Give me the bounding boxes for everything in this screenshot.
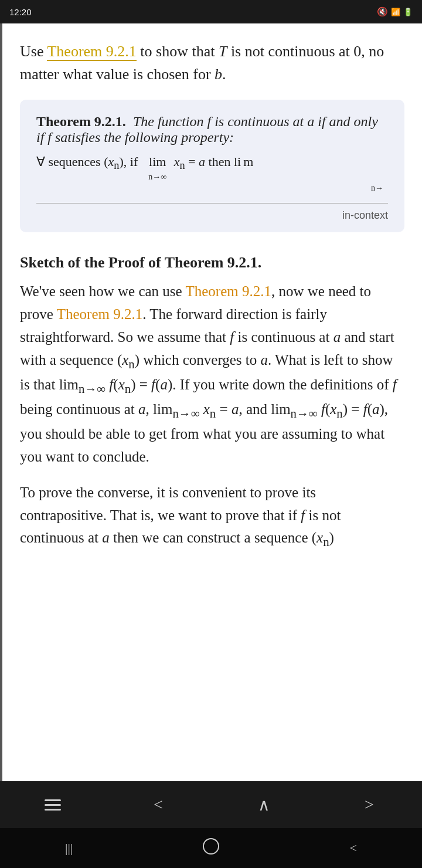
- nav-bar: < ∧ >: [0, 781, 422, 828]
- theorem-title-bold: Theorem 9.2.1.: [36, 114, 126, 129]
- menu-line-1: [45, 799, 61, 801]
- home-nav-button[interactable]: [191, 832, 231, 864]
- proof-paragraph-2: To prove the converse, it is convenient …: [20, 482, 404, 552]
- mute-icon: 🔇: [377, 6, 388, 17]
- home-circle-icon: [203, 838, 219, 855]
- theorem-box: Theorem 9.2.1. The function f is continu…: [20, 100, 404, 232]
- lim-cutoff: m: [243, 151, 253, 172]
- theorem-921-link-top[interactable]: Theorem 9.2.1: [47, 43, 136, 61]
- status-icons: 🔇 📶 🔋: [377, 6, 413, 17]
- menu-line-3: [45, 809, 61, 811]
- signal-icon: 📶: [391, 8, 400, 16]
- problem-statement: Use Theorem 9.2.1 to show that T is not …: [20, 40, 404, 86]
- theorem-formula: ∀ sequences (xn), if lim n→∞ xn = a then…: [36, 151, 388, 195]
- theorem-link-1[interactable]: Theorem 9.2.1: [185, 283, 271, 299]
- proof-heading: Sketch of the Proof of Theorem 9.2.1.: [20, 251, 404, 274]
- status-bar: 12:20 🔇 📶 🔋: [0, 0, 422, 23]
- menu-line-2: [45, 804, 61, 806]
- recents-nav-button[interactable]: |||: [53, 835, 84, 862]
- theorem-divider: [36, 203, 388, 204]
- content-area: Use Theorem 9.2.1 to show that T is not …: [0, 23, 422, 781]
- forward-button[interactable]: >: [346, 781, 393, 828]
- theorem-box-title: Theorem 9.2.1. The function f is continu…: [36, 114, 388, 145]
- lim-sub-right: n→: [371, 182, 383, 195]
- forall-sequences: ∀ sequences (xn), if: [36, 151, 144, 175]
- in-context-label[interactable]: in-context: [36, 209, 388, 222]
- proof-paragraph-1: We've seen how we can use Theorem 9.2.1,…: [20, 280, 404, 469]
- problem-prefix: Use: [20, 43, 47, 60]
- lim-var: xn = a then li: [171, 151, 241, 175]
- up-button[interactable]: ∧: [240, 781, 287, 828]
- time-display: 12:20: [9, 7, 32, 17]
- theorem-link-2[interactable]: Theorem 9.2.1: [57, 306, 142, 322]
- proof-section: Sketch of the Proof of Theorem 9.2.1. We…: [20, 251, 404, 552]
- system-nav: ||| <: [0, 828, 422, 868]
- back-nav-button[interactable]: <: [338, 835, 368, 862]
- lim-block-1: lim n→∞: [148, 151, 166, 184]
- menu-button[interactable]: [29, 781, 76, 828]
- back-button[interactable]: <: [135, 781, 182, 828]
- battery-icon: 🔋: [403, 8, 413, 16]
